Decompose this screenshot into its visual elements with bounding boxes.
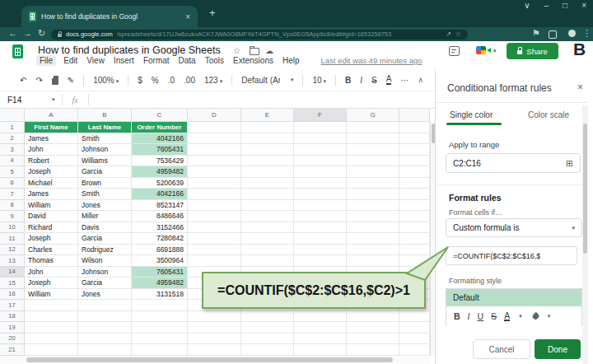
condition-select[interactable]: Custom formula is ▾ <box>446 218 582 237</box>
cell[interactable] <box>347 311 399 323</box>
cell[interactable]: Rodriguez <box>78 245 132 256</box>
back-icon[interactable]: ← <box>8 28 17 38</box>
column-header-F[interactable]: F <box>294 109 347 122</box>
cell[interactable] <box>347 144 399 156</box>
cell[interactable] <box>347 233 399 245</box>
cell[interactable] <box>188 144 241 156</box>
cell[interactable]: Miller <box>78 211 132 222</box>
cell[interactable]: Johnson <box>78 267 132 278</box>
cell[interactable] <box>78 311 132 323</box>
menu-view[interactable]: View <box>86 56 105 65</box>
share-page-icon[interactable]: ↗ <box>446 30 451 38</box>
cell[interactable] <box>78 300 132 311</box>
cell[interactable] <box>188 255 241 267</box>
cell[interactable] <box>25 311 78 323</box>
cell[interactable] <box>399 322 430 334</box>
redo-icon[interactable]: ↷ <box>35 76 42 85</box>
row-header-19[interactable]: 19 <box>0 322 25 334</box>
cell[interactable] <box>347 200 399 212</box>
row-header-18[interactable]: 18 <box>0 311 25 323</box>
cell[interactable]: 5200639 <box>132 178 188 189</box>
cell[interactable]: 8486646 <box>132 211 188 222</box>
cell[interactable]: James <box>25 189 78 200</box>
cell[interactable] <box>294 211 347 222</box>
last-edit-link[interactable]: Last edit was 49 minutes ago <box>321 56 423 65</box>
row-header-12[interactable]: 12 <box>0 245 25 256</box>
share-button[interactable]: Share <box>507 43 558 59</box>
cell[interactable] <box>399 156 430 167</box>
horizontal-scrollbar-thumb[interactable] <box>26 357 393 362</box>
menu-insert[interactable]: Insert <box>114 56 134 65</box>
column-header-E[interactable]: E <box>241 109 294 122</box>
print-icon[interactable] <box>52 78 58 85</box>
format-percent-button[interactable]: % <box>152 76 159 85</box>
cell[interactable]: Joseph <box>25 278 78 289</box>
cell[interactable] <box>132 344 188 356</box>
row-header-13[interactable]: 13 <box>0 255 25 267</box>
format-currency-button[interactable]: $ <box>138 76 142 85</box>
cell[interactable] <box>78 344 132 356</box>
cell[interactable] <box>294 245 347 256</box>
window-maximize-button[interactable]: □ <box>563 1 567 10</box>
cell[interactable] <box>241 344 294 356</box>
decrease-decimal-button[interactable]: .0 <box>168 76 175 85</box>
cell[interactable] <box>188 311 241 323</box>
cell[interactable]: 4959482 <box>132 166 188 178</box>
cell[interactable]: Brown <box>78 178 132 189</box>
cell[interactable] <box>132 300 188 311</box>
column-header-B[interactable]: B <box>78 109 132 122</box>
cell[interactable] <box>188 211 241 222</box>
cell[interactable] <box>188 133 241 145</box>
cell[interactable] <box>294 156 347 167</box>
cell[interactable] <box>241 122 294 133</box>
cell[interactable] <box>347 344 399 356</box>
cell[interactable]: 3152466 <box>132 222 188 234</box>
menu-file[interactable]: File <box>36 55 56 66</box>
cell[interactable]: 4959482 <box>132 278 188 289</box>
row-header-1[interactable]: 1 <box>0 122 25 133</box>
name-box-dropdown-icon[interactable]: ▾ <box>52 96 55 103</box>
collapse-toolbar-icon[interactable]: ∧ <box>418 76 423 84</box>
cell[interactable]: Jones <box>78 200 132 212</box>
column-header-G[interactable]: G <box>347 109 399 122</box>
cell[interactable]: Last Name <box>78 122 132 133</box>
cell[interactable]: Richard <box>25 222 78 234</box>
panel-scrollbar-thumb[interactable] <box>583 124 587 254</box>
cell[interactable]: William <box>25 289 78 301</box>
menu-edit[interactable]: Edit <box>63 56 77 65</box>
font-size-select[interactable]: 10▾ <box>312 76 326 85</box>
cell[interactable] <box>188 344 241 356</box>
cell[interactable] <box>241 144 294 156</box>
undo-icon[interactable]: ↶ <box>20 76 26 85</box>
row-header-4[interactable]: 4 <box>0 156 25 167</box>
cell[interactable] <box>78 322 132 334</box>
cell[interactable]: 8523147 <box>132 200 188 212</box>
cell[interactable]: 7280842 <box>132 233 188 245</box>
bookmark-star-icon[interactable]: ☆ <box>455 30 461 38</box>
row-header-6[interactable]: 6 <box>0 178 25 189</box>
cell[interactable] <box>241 156 294 167</box>
cell[interactable] <box>241 200 294 212</box>
cell[interactable] <box>347 156 399 167</box>
browser-menu-icon[interactable]: ⋮ <box>582 28 591 39</box>
cell[interactable] <box>25 322 78 334</box>
cell[interactable] <box>241 255 294 267</box>
number-format-select[interactable]: 123▾ <box>204 76 222 85</box>
cell[interactable] <box>294 122 347 133</box>
row-header-16[interactable]: 16 <box>0 289 25 301</box>
cell[interactable] <box>188 156 241 167</box>
cell[interactable]: 4042166 <box>132 133 188 145</box>
cell[interactable] <box>294 200 347 212</box>
select-range-icon[interactable]: ⊞ <box>566 158 573 169</box>
cell[interactable] <box>399 222 430 234</box>
browser-profile-icon[interactable] <box>568 30 576 37</box>
cell[interactable] <box>241 334 294 345</box>
cell[interactable] <box>347 189 399 200</box>
style-preview[interactable]: Default <box>446 289 581 306</box>
cell[interactable] <box>399 200 430 212</box>
cell[interactable] <box>399 233 430 245</box>
cell[interactable]: Williams <box>78 156 132 167</box>
zoom-select[interactable]: 100%▾ <box>93 76 119 85</box>
cell[interactable]: 7605431 <box>132 267 188 278</box>
italic-button[interactable]: I <box>360 76 362 85</box>
